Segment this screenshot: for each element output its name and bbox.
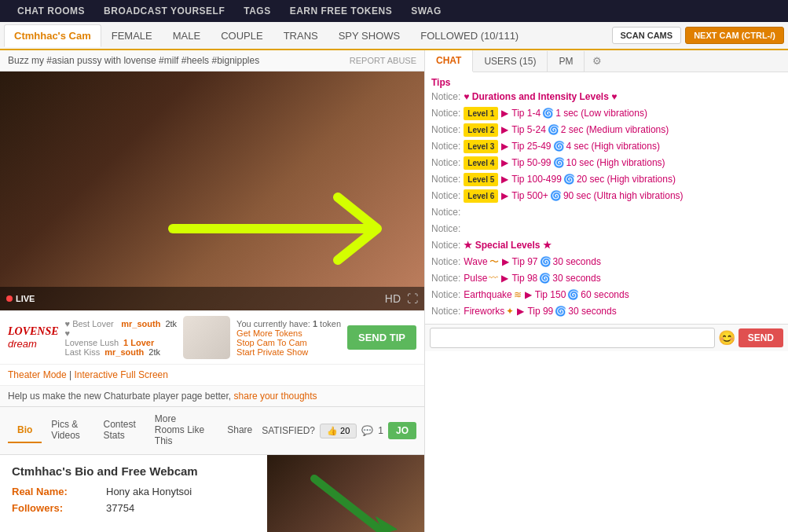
best-lover-row: ♥ Best Lover ♥ mr_south 2tk [65,319,178,338]
bio-real-name-field: Real Name: Hony aka Honytsoi [12,486,255,497]
notice-content-2: Level 2 ▶ Tip 5-24 🌀 2 sec (Medium vibra… [464,123,669,137]
nav-broadcast[interactable]: BROADCAST YOURSELF [94,0,234,22]
live-dot [6,295,13,302]
bottom-area: Ctmhhac's Bio and Free Webcam Real Name:… [0,455,424,532]
bio-content: Ctmhhac's Bio and Free Webcam Real Name:… [0,455,267,532]
token-label: You currently have: [236,319,310,328]
tab-female[interactable]: FEMALE [101,24,163,47]
chat-input[interactable] [430,328,715,348]
share-thoughts-link[interactable]: share your thoughts [234,391,317,402]
tip-section: You currently have: 1 token Get More Tok… [236,319,341,357]
tab-followed[interactable]: FOLLOWED (10/111) [410,24,529,47]
btab-share[interactable]: Share [218,418,262,443]
stop-cam-link[interactable]: Stop Cam To Cam [236,338,307,347]
chat-messages[interactable]: Tips Notice: ♥ Durations and Intensity L… [425,72,788,324]
tip-text-1: Tip 1-4 [511,106,541,120]
notice-pulse: Notice: Pulse 〰 ▶ Tip 98 🌀 30 seconds [431,271,782,285]
send-tip-button[interactable]: SEND TIP [347,325,416,350]
chat-tab-users[interactable]: USERS (15) [473,51,548,72]
tip-arrow-1: ▶ [501,106,508,120]
chat-settings-icon[interactable]: ⚙ [585,50,610,72]
next-cam-button[interactable]: NEXT CAM (CTRL-/) [685,27,784,44]
chat-tabs: CHAT USERS (15) PM ⚙ [425,50,788,72]
scan-cams-button[interactable]: SCAN CAMS [612,27,682,44]
notice-label: Notice: [431,90,460,104]
kiss-val: mr_south [104,347,144,357]
tab-spy-shows[interactable]: SPY SHOWS [328,24,411,47]
report-abuse-link[interactable]: REPORT ABUSE [350,56,416,65]
tips-header: Tips [431,77,782,88]
notice-level5: Notice: Level 5 ▶ Tip 100-499 🌀 20 sec (… [431,172,782,186]
notice-level6: Notice: Level 6 ▶ Tip 500+ 🌀 90 sec (Ult… [431,189,782,203]
notice-row-header: Notice: ♥ Durations and Intensity Levels… [431,90,782,104]
live-badge: LIVE [6,294,35,303]
bio-section: Ctmhhac's Bio and Free Webcam Real Name:… [0,455,267,528]
theater-bar: Theater Mode | Interactive Full Screen [0,364,424,385]
nav-swag[interactable]: SWAG [401,0,451,22]
chat-tab-pm[interactable]: PM [548,51,585,72]
fullscreen-icon[interactable]: ⛶ [407,292,418,305]
vib-icon-1: 🌀 [542,106,554,120]
notice-wave: Notice: Wave 〜 ▶ Tip 97 🌀 30 seconds [431,255,782,269]
btab-more-rooms[interactable]: More Rooms Like This [145,407,218,454]
main-area: Buzz my #asian pussy with lovense #milf … [0,50,788,532]
tab-couple[interactable]: COUPLE [211,24,273,47]
bio-followers-label: Followers: [12,502,106,514]
token-info: You currently have: 1 token [236,319,341,328]
nav-tags[interactable]: TAGS [234,0,280,22]
level1-badge: Level 1 [464,107,498,120]
notice-label-1: Notice: [431,106,460,120]
notice-label-2: Notice: [431,123,460,137]
lovense-bar: LOVENSE dream ♥ Best Lover ♥ mr_south 2t… [0,310,424,364]
nav-earn-tokens[interactable]: EARN FREE TOKENS [280,0,401,22]
desc-1: 1 sec (Low vibrations) [555,106,647,120]
share-text: Help us make the new Chaturbate player p… [8,391,231,402]
thumbs-down-count: 1 [378,425,383,436]
video-placeholder [0,72,424,310]
share-bar: Help us make the new Chaturbate player p… [0,385,424,406]
btab-contest[interactable]: Contest Stats [93,413,145,449]
video-container: LIVE HD ⛶ [0,72,424,310]
report-bar: Buzz my #asian pussy with lovense #milf … [0,50,424,72]
notice-earthquake: Notice: Earthquake ≋ ▶ Tip 150 🌀 60 seco… [431,288,782,302]
send-button[interactable]: SEND [739,328,783,347]
thumbs-up-button[interactable]: 👍 20 [320,424,357,438]
hd-icon[interactable]: HD [385,292,401,305]
bio-real-name-val: Hony aka Honytsoi [106,486,192,497]
thumbs-separator: 💬 [361,425,373,436]
chat-tab-chat[interactable]: CHAT [425,50,473,72]
notice-blank2: Notice: [431,222,782,236]
kiss-row: Last Kiss mr_south 2tk [65,347,178,357]
emoji-button[interactable]: 😊 [718,329,735,347]
tab-trans[interactable]: TRANS [273,24,328,47]
room-tab-bar: Ctmhhac's Cam FEMALE MALE COUPLE TRANS S… [0,22,788,50]
chat-side: CHAT USERS (15) PM ⚙ Tips Notice: ♥ Dura… [424,50,788,532]
notice-fireworks: Notice: Fireworks ✦ ▶ Tip 99 🌀 30 second… [431,304,782,318]
btab-bio[interactable]: Bio [8,418,42,443]
fullscreen-link[interactable]: Interactive Full Screen [75,369,168,380]
tab-current-cam[interactable]: Ctmhhac's Cam [4,24,101,47]
start-private-link[interactable]: Start Private Show [236,347,308,357]
top-navigation: CHAT ROOMS BROADCAST YOURSELF TAGS EARN … [0,0,788,22]
nav-chat-rooms[interactable]: CHAT ROOMS [8,0,94,22]
lush-val: 1 Lover [123,338,154,347]
notice-level4: Notice: Level 4 ▶ Tip 50-99 🌀 10 sec (Hi… [431,156,782,170]
get-more-tokens-link[interactable]: Get More Tokens [236,328,302,338]
satisfied-label: SATISFIED? [262,425,315,436]
join-button[interactable]: JO [388,422,416,439]
tab-male[interactable]: MALE [163,24,211,47]
video-subject: Buzz my #asian pussy with lovense #milf … [8,55,259,66]
notice-content: ♥ Durations and Intensity Levels ♥ [464,90,617,104]
lovense-product: dream [8,338,59,350]
room-thumbnail[interactable] [267,455,424,532]
satisfied-bar: SATISFIED? 👍 20 💬 1 JO [262,422,416,439]
token-unit: token [320,319,341,328]
lush-label: Lovense Lush [65,338,119,347]
lush-image [183,316,230,359]
theater-mode-link[interactable]: Theater Mode [8,369,67,380]
btab-pics[interactable]: Pics & Videos [42,413,93,449]
notice-text: ♥ Durations and Intensity Levels ♥ [464,90,617,104]
best-lover-label: ♥ Best Lover ♥ [65,319,117,338]
bio-title: Ctmhhac's Bio and Free Webcam [12,464,255,478]
best-lover-val: mr_south [121,319,160,338]
